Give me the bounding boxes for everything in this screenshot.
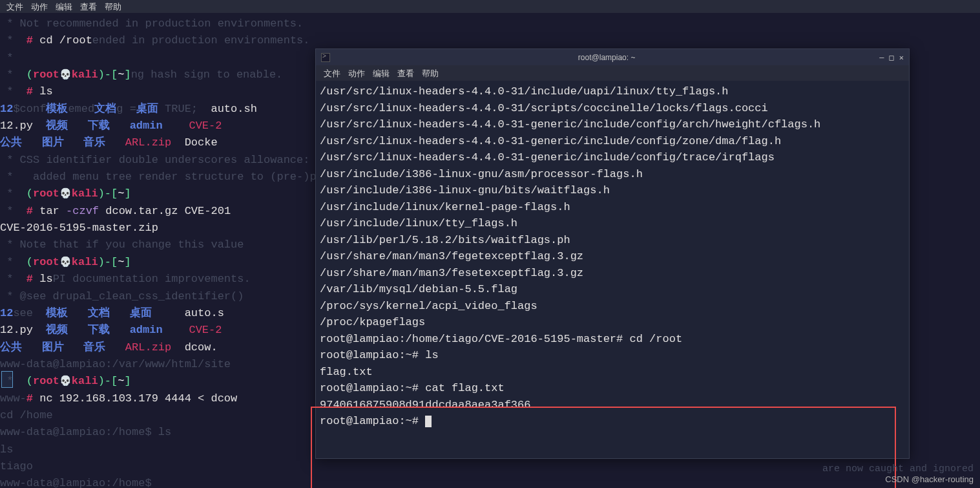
fg-menubar: 文件 动作 编辑 查看 帮助 <box>316 65 909 81</box>
ls-item: auto.s <box>185 307 224 319</box>
cmd-ls: ls <box>39 273 52 285</box>
foreground-terminal-window[interactable]: root@lampiao: ~ — □ ✕ 文件 动作 编辑 查看 帮助 /us… <box>315 48 910 459</box>
skull-icon: 💀 <box>59 257 72 268</box>
ls-item: 音乐 <box>83 341 105 354</box>
cmd-tar: tar <box>39 205 66 217</box>
main-menubar: 文件 动作 编辑 查看 帮助 <box>0 0 980 13</box>
fg-menu-action[interactable]: 动作 <box>348 68 365 78</box>
prompt-host: kali <box>72 69 98 81</box>
ls-item: 图片 <box>42 136 64 149</box>
tar-option: -czvf <box>66 205 99 217</box>
ls-item: 模板 <box>46 307 68 319</box>
skull-icon: 💀 <box>59 376 72 387</box>
fg-menu-help[interactable]: 帮助 <box>422 68 439 78</box>
ls-item: 图片 <box>42 341 64 354</box>
ls-item: ARL.zip <box>125 136 171 149</box>
ls-item: ARL.zip <box>125 341 171 354</box>
cursor-block <box>425 416 432 427</box>
close-button[interactable]: ✕ <box>899 53 904 62</box>
ls-item: 视频 <box>46 324 68 336</box>
ls-item: 12 <box>0 307 13 319</box>
menu-action[interactable]: 动作 <box>31 1 48 12</box>
ls-item: 视频 <box>46 120 68 132</box>
bg-faded-line: are now caught and ignored <box>822 463 974 474</box>
window-title: root@lampiao: ~ <box>334 53 879 62</box>
ls-item: 文档 <box>94 103 116 115</box>
ls-item: auto.sh <box>211 103 256 115</box>
terminal-output[interactable]: /usr/src/linux-headers-4.4.0-31/include/… <box>316 81 909 432</box>
ls-item: admin <box>130 120 163 132</box>
ls-item: dcow. <box>185 341 218 354</box>
menu-edit[interactable]: 编辑 <box>56 1 72 12</box>
ls-item: 桌面 <box>136 103 158 115</box>
ls-item: 公共 <box>0 341 22 354</box>
ls-item: admin <box>130 324 163 336</box>
window-titlebar[interactable]: root@lampiao: ~ — □ ✕ <box>316 49 909 65</box>
prompt-user: root <box>33 69 59 81</box>
fg-menu-edit[interactable]: 编辑 <box>373 68 390 78</box>
ls-item: 下载 <box>88 120 110 132</box>
minimize-button[interactable]: — <box>879 53 884 62</box>
maximize-button[interactable]: □ <box>890 53 894 62</box>
ls-item: 12 <box>0 103 13 115</box>
menu-view[interactable]: 查看 <box>80 1 97 12</box>
skull-icon: 💀 <box>59 189 72 200</box>
menu-help[interactable]: 帮助 <box>105 1 121 12</box>
ls-item: 模板 <box>46 103 68 115</box>
prompt-hash: # <box>26 34 33 47</box>
watermark: CSDN @hacker-routing <box>822 474 974 484</box>
ls-item: CVE-2 <box>189 120 222 132</box>
ls-item: Docke <box>185 136 218 149</box>
ls-item: 公共 <box>0 136 22 149</box>
ls-item: CVE-2 <box>189 324 222 336</box>
ls-item: 音乐 <box>83 136 105 149</box>
fg-menu-view[interactable]: 查看 <box>397 68 414 78</box>
skull-icon: 💀 <box>59 70 72 81</box>
ls-item: 文档 <box>88 307 110 319</box>
fg-menu-file[interactable]: 文件 <box>324 68 340 78</box>
cmd-nc: nc 192.168.103.179 4444 < dcow <box>39 392 237 405</box>
ls-item: 12.py <box>0 120 33 132</box>
ls-item: 12.py <box>0 324 33 336</box>
menu-file[interactable]: 文件 <box>6 1 23 12</box>
cmd-ls: ls <box>39 85 52 98</box>
cmd-cd: cd /root <box>39 34 92 47</box>
terminal-icon <box>321 53 330 62</box>
output-line: CVE-2016-5195-master.zip <box>0 222 158 234</box>
ls-item: 下载 <box>88 324 110 336</box>
ls-item: 桌面 <box>130 307 152 319</box>
bg-faded-line: * Not recommended in production environm… <box>0 16 980 32</box>
